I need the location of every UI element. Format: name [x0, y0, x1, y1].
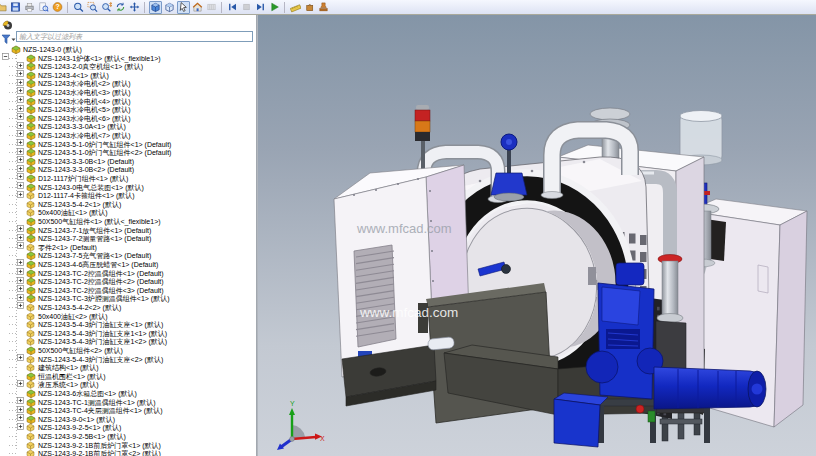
expand-toggle[interactable]: [2, 46, 9, 53]
expand-toggle[interactable]: [17, 407, 24, 414]
expand-toggle[interactable]: [17, 158, 24, 165]
select-button[interactable]: [177, 1, 190, 14]
open-button[interactable]: [0, 1, 8, 14]
toolbar-separator: [65, 1, 71, 14]
watermark-tile-lower: www.mfcad.com: [359, 305, 458, 320]
expand-toggle[interactable]: [17, 63, 24, 70]
feature-tree: NZS-1243-0 (默认)NZS-1243-1炉体<1> (默认<_flex…: [0, 45, 256, 456]
pan-button[interactable]: [128, 1, 141, 14]
expand-toggle[interactable]: [17, 235, 24, 242]
tree-connector: [9, 161, 17, 162]
expand-toggle[interactable]: [17, 287, 24, 294]
expand-toggle[interactable]: [17, 106, 24, 113]
tree-connector: [9, 307, 17, 308]
tree-connector: [9, 316, 17, 317]
expand-toggle[interactable]: [17, 166, 24, 173]
hidden-lines-view-button[interactable]: [163, 1, 176, 14]
tree-connector: [9, 341, 17, 342]
animation-start-button[interactable]: [226, 1, 239, 14]
zoom-to-fit-button[interactable]: [72, 1, 85, 14]
expand-toggle[interactable]: [17, 55, 24, 62]
anim-end-icon: [255, 1, 266, 13]
expand-toggle[interactable]: [17, 98, 24, 105]
mass-properties-button[interactable]: [303, 1, 316, 14]
zoom-to-area-button[interactable]: [86, 1, 99, 14]
solidworks-window: { "toolbar": { "items": [ {"icon":"open"…: [0, 0, 816, 456]
expand-toggle[interactable]: [17, 278, 24, 285]
save-icon: [10, 1, 21, 13]
pan-icon: [129, 1, 140, 13]
expand-toggle[interactable]: [17, 390, 24, 397]
tree-connector: [9, 402, 17, 403]
tree-connector: [9, 58, 17, 59]
mass-properties-icon: [304, 1, 315, 13]
shaded-view-button[interactable]: [149, 1, 162, 14]
expand-toggle[interactable]: [17, 123, 24, 130]
tree-connector: [9, 427, 17, 428]
expand-toggle[interactable]: [17, 149, 24, 156]
tree-connector: [9, 212, 17, 213]
expand-toggle[interactable]: [17, 399, 24, 406]
expand-toggle[interactable]: [17, 115, 24, 122]
help-button[interactable]: ?: [51, 1, 64, 14]
expand-toggle[interactable]: [17, 373, 24, 380]
expand-toggle[interactable]: [17, 89, 24, 96]
pump-red-knob[interactable]: [636, 405, 644, 413]
apply-scene-icon: [192, 1, 203, 13]
print-icon: [24, 1, 35, 13]
tree-connector: [9, 221, 17, 222]
expand-toggle[interactable]: [17, 184, 24, 191]
svg-text:?: ?: [55, 3, 59, 10]
toolbar-separator: [219, 1, 225, 14]
tree-connector: [9, 75, 17, 76]
expand-toggle[interactable]: [17, 227, 24, 234]
filter-funnel-icon[interactable]: [1, 31, 16, 42]
animation-end-button[interactable]: [254, 1, 267, 14]
tree-connector: [9, 290, 17, 291]
rotate-view-button[interactable]: [114, 1, 127, 14]
expand-toggle[interactable]: [17, 80, 24, 87]
animation-play-button[interactable]: [268, 1, 281, 14]
tree-connector: [9, 264, 17, 265]
expand-toggle[interactable]: [17, 175, 24, 182]
save-button[interactable]: [9, 1, 22, 14]
toolbar-separator: [282, 1, 288, 14]
viewport-canvas[interactable]: 沐风CAD www.mfcad.com: [258, 15, 816, 456]
expand-toggle[interactable]: [17, 295, 24, 302]
apply-scene-button[interactable]: [191, 1, 204, 14]
zoom-in-out-button[interactable]: [100, 1, 113, 14]
tree-connector: [9, 230, 17, 231]
zoom-fit-icon: [73, 1, 84, 13]
tree-connector: [9, 324, 17, 325]
expand-toggle[interactable]: [17, 141, 24, 148]
print-preview-icon: [38, 1, 49, 13]
animation-stop-button: [240, 1, 253, 14]
expand-toggle[interactable]: [17, 261, 24, 268]
tree-connector: [9, 152, 17, 153]
tree-item[interactable]: NZS-1243-9-2-1B前后炉门罩<2> (默认): [0, 449, 256, 456]
tree-connector: [9, 255, 17, 256]
expand-toggle[interactable]: [17, 270, 24, 277]
expand-toggle[interactable]: [17, 347, 24, 354]
expand-toggle[interactable]: [17, 72, 24, 79]
comment-stamp-button[interactable]: [317, 1, 330, 14]
tree-connector: [9, 445, 17, 446]
tree-connector: [9, 187, 17, 188]
pump-green-fitting[interactable]: [648, 411, 655, 422]
measure-icon: [290, 1, 301, 13]
expand-toggle[interactable]: [17, 416, 24, 423]
expand-toggle[interactable]: [17, 252, 24, 259]
filter-input[interactable]: [16, 31, 253, 42]
tree-connector: [9, 298, 17, 299]
measure-button[interactable]: [289, 1, 302, 14]
svg-text:Y: Y: [290, 400, 295, 407]
print-preview-button[interactable]: [37, 1, 50, 14]
tree-connector: [9, 384, 17, 385]
rotate-view-icon: [115, 1, 126, 13]
featuremanager-flyout-icon[interactable]: [2, 17, 13, 28]
expand-toggle[interactable]: [17, 218, 24, 225]
print-button[interactable]: [23, 1, 36, 14]
select-icon: [178, 1, 189, 13]
expand-toggle[interactable]: [17, 132, 24, 139]
tree-connector: [9, 281, 17, 282]
